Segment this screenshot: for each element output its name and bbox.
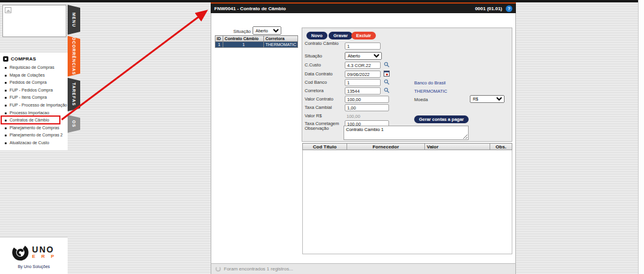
col-header-valor[interactable]: Valor [425, 144, 490, 150]
col-header-obs[interactable]: Obs. [490, 144, 512, 150]
contracts-list-table: ID Contrato Câmbio Corretora 1 1 THERMOM… [215, 35, 298, 48]
moeda-select[interactable]: R$ [470, 95, 505, 103]
data-contrato-label: Data Contrato [305, 72, 343, 77]
sidebar-item-atualizacao-de-custo[interactable]: Atualizacao de Custo [3, 139, 65, 147]
window-statusbar: Foram encontrados 1 registros... [211, 263, 516, 274]
app-window: FNW0041 - Contrato de Câmbio 0001 (01.01… [211, 2, 516, 274]
cell-contrato-cambio: 1 [223, 42, 264, 48]
cell-corretora: THERMOMATIC [264, 42, 298, 48]
tab-os[interactable]: OS [68, 115, 80, 133]
taxa-cambial-input[interactable] [345, 104, 389, 111]
excluir-button[interactable]: Excluir [351, 32, 376, 39]
ccusto-search-icon[interactable] [384, 62, 390, 68]
novo-button[interactable]: Novo [306, 32, 327, 39]
situacao-filter-label: Situação [216, 29, 251, 34]
cod-banco-search-icon[interactable] [384, 79, 390, 85]
situacao-select[interactable]: Aberto [345, 52, 382, 60]
col-header-fornecedor[interactable]: Fornecedor [347, 144, 425, 150]
sidebar-item-fup-processo-importacao[interactable]: FUP - Processo de Importação [3, 102, 65, 109]
sidebar-item-planejamento-de-compras[interactable]: Planejamento de Compras [3, 124, 65, 132]
tab-menu[interactable]: MENU [68, 5, 80, 35]
logo-erp-text: E R P [32, 254, 57, 259]
valor-rs-label: Valor R$ [305, 114, 343, 118]
corretora-input[interactable] [345, 87, 381, 95]
gravar-button[interactable]: Gravar [329, 32, 353, 39]
tab-tarefas[interactable]: TAREFAS [68, 78, 80, 111]
menu-list: Requisicao de Compras Mapa de Cotações P… [3, 64, 65, 147]
col-header-contrato-cambio[interactable]: Contrato Câmbio [223, 36, 264, 42]
window-title: FNW0041 - Contrato de Câmbio [214, 6, 472, 11]
page-scrollbar-strip [638, 0, 644, 274]
titulos-header-row: Cod Título Fornecedor Valor Obs. [303, 144, 512, 150]
col-header-corretora[interactable]: Corretora [264, 36, 298, 42]
uno-erp-logo-icon [11, 243, 29, 261]
titulos-table-body-empty [302, 150, 512, 254]
logo-byline: By Uno Soluções [18, 264, 50, 269]
gerar-contas-a-pagar-button[interactable]: Gerar contas a pagar [414, 115, 469, 123]
tab-ocorrencias[interactable]: OCORRÊNCIAS [68, 36, 80, 77]
section-collapse-icon[interactable] [3, 56, 8, 62]
cod-banco-label: Cod Banco [305, 80, 343, 85]
sidebar-item-fup-pedidos-compra[interactable]: FUP - Pedidos Compra [3, 87, 65, 95]
status-message: Foram encontrados 1 registros... [224, 266, 293, 272]
data-contrato-input[interactable] [345, 71, 381, 78]
window-version-code: 0001 (01.01) [475, 6, 502, 11]
corretora-info-text: THERMOMATIC [414, 89, 447, 94]
ccusto-input[interactable] [345, 62, 381, 69]
banco-info-text: Banco do Brasil [414, 80, 446, 86]
col-header-cod-titulo[interactable]: Cod Título [303, 144, 347, 150]
list-table-row-selected[interactable]: 1 1 THERMOMATIC [215, 42, 298, 48]
moeda-label: Moeda [414, 97, 428, 102]
valor-contrato-label: Valor Contrato [305, 97, 343, 102]
situacao-filter-select[interactable]: Aberto [253, 26, 281, 35]
sidebar-menu-panel: COMPRAS Requisicao de Compras Mapa de Co… [0, 53, 68, 150]
calendar-icon[interactable] [384, 71, 390, 77]
sidebar-item-planejamento-de-compras-2[interactable]: Planejamento de Compras 2 [3, 132, 65, 139]
valor-rs-value: 100,00 [347, 114, 360, 119]
sidebar-item-fup-itens-compra[interactable]: FUP - Itens Compra [3, 94, 65, 102]
contract-form-panel: Novo Gravar Excluir Contrato Câmbio Situ… [302, 28, 512, 142]
help-icon[interactable]: ? [506, 5, 512, 12]
list-table-header-row: ID Contrato Câmbio Corretora [215, 36, 298, 42]
observacao-textarea[interactable]: Contrato Cambio 1 [344, 126, 469, 140]
cod-banco-input[interactable] [345, 79, 381, 86]
valor-contrato-input[interactable] [345, 96, 389, 103]
annotation-highlight-box [1, 115, 60, 124]
logo-brand-text: UNO [32, 246, 57, 254]
sidebar-logo-panel: UNO E R P By Uno Soluções [0, 237, 68, 274]
contrato-cambio-label: Contrato Câmbio [305, 41, 343, 46]
contrato-cambio-input[interactable] [345, 42, 381, 50]
window-body: Situação Aberto ID Contrato Câmbio Corre… [211, 13, 516, 263]
taxa-cambial-label: Taxa Cambial [305, 105, 343, 110]
col-header-id[interactable]: ID [215, 36, 223, 42]
observacao-label: Observação [305, 126, 343, 131]
broken-image-icon [5, 7, 11, 13]
window-titlebar: FNW0041 - Contrato de Câmbio 0001 (01.01… [211, 2, 516, 13]
menu-section-header[interactable]: COMPRAS [3, 56, 65, 62]
section-title: COMPRAS [11, 56, 36, 62]
ccusto-label: C.Custo [305, 63, 343, 68]
sidebar-item-pedidos-de-compra[interactable]: Pedidos de Compra [3, 79, 65, 87]
corretora-search-icon[interactable] [384, 87, 390, 93]
sidebar-image-placeholder [2, 5, 66, 37]
sidebar-item-requisicao-de-compras[interactable]: Requisicao de Compras [3, 64, 65, 72]
corretora-label: Corretora [305, 89, 343, 93]
situacao-label: Situação [305, 54, 343, 59]
sidebar-item-mapa-de-cotacoes[interactable]: Mapa de Cotações [3, 72, 65, 80]
cell-id: 1 [215, 42, 223, 48]
loading-circle-icon [215, 266, 221, 272]
titulos-table: Cod Título Fornecedor Valor Obs. [302, 143, 512, 150]
